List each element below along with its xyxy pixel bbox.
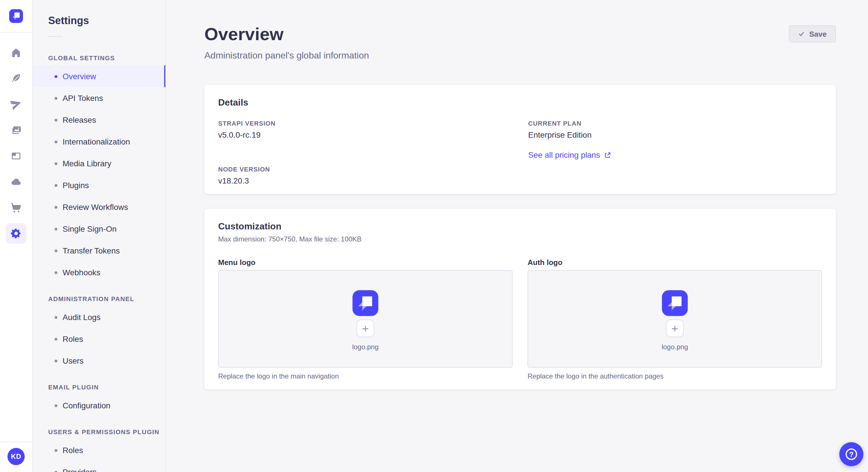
sidebar-nav-item-label: Transfer Tokens — [63, 246, 120, 255]
images-icon — [10, 124, 22, 136]
strapi-mark-icon — [352, 290, 378, 316]
rail-item-content-type-builder[interactable] — [0, 143, 32, 169]
sidebar-nav-item-label: Review Workflows — [63, 202, 128, 212]
sidebar-nav-item[interactable]: Audit Logs — [33, 306, 165, 328]
strapi-logo-icon[interactable] — [9, 9, 23, 23]
home-icon — [10, 47, 22, 58]
main-content: Overview Administration panel's global i… — [166, 0, 868, 472]
sidebar-nav-item-label: Configuration — [63, 401, 111, 410]
sidebar-nav-item[interactable]: Transfer Tokens — [33, 240, 165, 262]
cloud-icon — [10, 176, 22, 187]
nav-section-heading: ADMINISTRATION PANEL — [33, 295, 165, 303]
menu-logo-add-button[interactable]: + — [356, 319, 374, 337]
question-mark-icon: ? — [846, 448, 857, 460]
node-version-field: NODE VERSION v18.20.3 — [218, 165, 512, 186]
app-root: KD Settings GLOBAL SETTINGS Overview API… — [0, 0, 868, 472]
bullet-icon — [55, 249, 57, 252]
rail-bottom-section: KD — [0, 442, 32, 472]
bullet-icon — [55, 97, 57, 100]
menu-logo-label: Menu logo — [218, 258, 513, 267]
auth-logo-filename: logo.png — [662, 343, 688, 351]
bullet-icon — [55, 271, 57, 274]
bullet-icon — [55, 471, 57, 472]
settings-icon-box — [6, 223, 26, 243]
customization-heading: Customization — [218, 222, 822, 232]
bullet-icon — [55, 162, 57, 165]
bullet-icon — [55, 404, 57, 407]
menu-logo-preview — [352, 290, 378, 316]
rail-item-marketplace[interactable] — [0, 194, 32, 220]
nav-section-heading: EMAIL PLUGIN — [33, 383, 165, 391]
bullet-icon — [55, 359, 57, 362]
bullet-icon — [55, 140, 57, 143]
sidebar-nav-item[interactable]: Review Workflows — [33, 196, 165, 218]
bullet-icon — [55, 184, 57, 187]
customization-card: Customization Max dimension: 750×750, Ma… — [205, 209, 836, 390]
auth-logo-upload-box[interactable]: + logo.png — [528, 270, 822, 368]
strapi-mark-icon — [9, 9, 23, 23]
rail-item-media-library[interactable] — [0, 117, 32, 143]
pricing-plans-link[interactable]: See all pricing plans — [528, 150, 822, 160]
rail-nav — [0, 33, 32, 246]
check-icon — [798, 30, 805, 37]
sidebar-nav-item[interactable]: Plugins — [33, 174, 165, 196]
rail-item-settings[interactable] — [0, 220, 32, 246]
save-button[interactable]: Save — [788, 25, 836, 42]
pricing-plans-link-label: See all pricing plans — [528, 150, 600, 160]
sidebar-nav-item[interactable]: Users — [33, 350, 165, 372]
main-nav-rail: KD — [0, 0, 33, 472]
strapi-version-label: STRAPI VERSION — [218, 119, 512, 127]
bullet-icon — [55, 75, 57, 78]
sidebar-nav-item-label: Internationalization — [63, 137, 130, 146]
bullet-icon — [55, 316, 57, 318]
auth-logo-column: Auth logo + logo.png Replace the logo — [528, 258, 822, 380]
auth-logo-add-button[interactable]: + — [666, 319, 684, 337]
sidebar-nav-item[interactable]: Internationalization — [33, 131, 165, 153]
auth-logo-preview — [662, 290, 688, 316]
rail-item-cloud[interactable] — [0, 169, 32, 194]
auth-logo-caption: Replace the logo in the authentication p… — [528, 372, 822, 380]
sidebar-nav-item-label: Users — [63, 356, 84, 365]
rail-item-content-manager[interactable] — [0, 65, 32, 91]
details-heading: Details — [218, 98, 822, 108]
details-card: Details STRAPI VERSION v5.0.0-rc.19 NODE… — [205, 85, 836, 194]
sidebar-nav-item-label: Plugins — [63, 181, 89, 190]
sidebar-nav-item[interactable]: Overview — [33, 65, 165, 87]
bullet-icon — [55, 119, 57, 121]
plus-icon: + — [671, 323, 678, 334]
sidebar-nav-item[interactable]: Configuration — [33, 395, 165, 416]
bullet-icon — [55, 449, 57, 452]
sidebar-nav-item-label: API Tokens — [63, 94, 103, 103]
customization-subheading: Max dimension: 750×750, Max file size: 1… — [218, 235, 822, 243]
details-grid: STRAPI VERSION v5.0.0-rc.19 NODE VERSION… — [218, 119, 822, 186]
sidebar-nav-item-label: Webhooks — [63, 268, 100, 277]
sidebar-nav-item[interactable]: Releases — [33, 109, 165, 131]
menu-logo-upload-box[interactable]: + logo.png — [218, 270, 513, 368]
logo-grid: Menu logo + logo.png Replace the logo — [218, 258, 822, 380]
current-plan-field: CURRENT PLAN Enterprise Edition — [528, 119, 822, 140]
bullet-icon — [55, 227, 57, 230]
plus-icon: + — [362, 323, 369, 334]
paper-plane-icon — [10, 98, 22, 110]
menu-logo-caption: Replace the logo in the main navigation — [218, 372, 513, 380]
user-avatar[interactable]: KD — [7, 448, 25, 465]
sidebar-nav-item[interactable]: Single Sign-On — [33, 218, 165, 240]
menu-logo-column: Menu logo + logo.png Replace the logo — [218, 258, 513, 380]
auth-logo-label: Auth logo — [528, 258, 822, 267]
sidebar-nav-item[interactable]: Providers — [33, 461, 165, 472]
sidebar-nav-item-label: Releases — [63, 115, 96, 125]
help-button[interactable]: ? — [839, 442, 863, 466]
sidebar-nav-item[interactable]: Webhooks — [33, 262, 165, 283]
nav-section-heading: GLOBAL SETTINGS — [33, 54, 165, 62]
sidebar-nav-item[interactable]: Media Library — [33, 153, 165, 174]
sidebar-nav-item[interactable]: Roles — [33, 328, 165, 350]
page-title: Overview — [205, 23, 836, 46]
node-version-value: v18.20.3 — [218, 176, 512, 186]
rail-item-deploy[interactable] — [0, 91, 32, 117]
sidebar-nav-item[interactable]: Roles — [33, 439, 165, 461]
sidebar-nav-item[interactable]: API Tokens — [33, 87, 165, 109]
node-version-label: NODE VERSION — [218, 165, 512, 173]
bullet-icon — [55, 338, 57, 340]
external-link-icon — [604, 151, 612, 159]
rail-item-home[interactable] — [0, 40, 32, 65]
